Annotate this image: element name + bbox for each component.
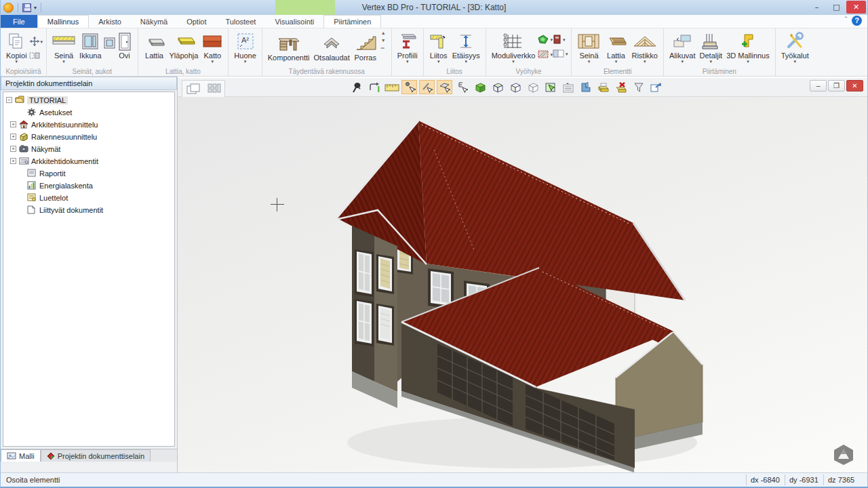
- zone-split-button[interactable]: ▾: [553, 49, 568, 58]
- collapse-ribbon-icon[interactable]: ˆ: [845, 16, 847, 24]
- move-button[interactable]: ▾: [29, 36, 43, 47]
- katto-button[interactable]: Katto ▾: [200, 30, 224, 64]
- tree-item-luettelot[interactable]: Luettelot: [3, 193, 174, 202]
- 3d-mallinnus-button[interactable]: 3D Mallinnus ▾: [724, 30, 772, 64]
- path-direction-icon[interactable]: [366, 80, 382, 94]
- lattia-button[interactable]: Lattia: [142, 30, 167, 60]
- select-element-icon[interactable]: [454, 80, 470, 94]
- shade-mode-hidden-icon[interactable]: [507, 80, 523, 94]
- tree-item-tutorial[interactable]: − TUTORIAL: [3, 96, 174, 104]
- huone-button[interactable]: A² Huone ▾: [232, 30, 258, 64]
- komponentti-button[interactable]: Komponentti: [266, 30, 312, 62]
- gallery-expand-icon[interactable]: ═: [381, 45, 386, 50]
- expand-icon[interactable]: +: [10, 146, 16, 152]
- expand-icon[interactable]: +: [10, 121, 16, 127]
- seina-button[interactable]: Seinä ▾: [50, 30, 77, 64]
- export-view-icon[interactable]: [648, 80, 664, 94]
- tree-item-liittyvat-dokumentit[interactable]: Liittyvät dokumentit: [3, 205, 174, 214]
- pin-icon[interactable]: [349, 80, 364, 94]
- cascade-windows-icon[interactable]: [185, 82, 201, 96]
- snap-face-icon[interactable]: [437, 80, 452, 94]
- zone-hatch-button[interactable]: ▾: [537, 49, 553, 59]
- tree-item-arkkitehtisuunnittelu[interactable]: + Arkkitehtisuunnittelu: [3, 120, 174, 129]
- doc-restore-button[interactable]: ❐: [828, 80, 845, 92]
- mirror-button[interactable]: [29, 52, 43, 60]
- filter-icon[interactable]: [631, 80, 646, 94]
- collapse-icon[interactable]: −: [6, 97, 12, 103]
- maximize-button[interactable]: □: [827, 1, 846, 14]
- snap-line-icon[interactable]: [419, 80, 435, 94]
- moduliverkko-button[interactable]: Moduliverkko ▾: [490, 30, 538, 64]
- tree-item-nakymat[interactable]: + Näkymät: [3, 144, 174, 153]
- liitos-button[interactable]: Liitos ▾: [427, 30, 450, 64]
- tree-item-energialaskenta[interactable]: Energialaskenta: [3, 181, 174, 190]
- minimize-button[interactable]: –: [807, 1, 827, 14]
- tab-file[interactable]: File: [1, 15, 37, 28]
- tab-projektin-dokumenttiselain[interactable]: Projektin dokumenttiselain: [41, 449, 151, 462]
- tab-optiot[interactable]: Optiot: [177, 15, 216, 28]
- doc-close-button[interactable]: ✕: [846, 80, 863, 92]
- green-zone-icon: [537, 35, 549, 45]
- tab-mallinnus[interactable]: Mallinnus: [37, 15, 89, 28]
- tab-tulosteet[interactable]: Tulosteet: [216, 15, 266, 28]
- otsalaudat-button[interactable]: Otsalaudat: [312, 30, 352, 62]
- detaljit-button[interactable]: Detaljit ▾: [698, 30, 725, 64]
- scroll-up-icon[interactable]: ▲: [381, 30, 386, 35]
- list-options-icon[interactable]: [560, 80, 576, 94]
- etaisyys-button[interactable]: Etäisyys ▾: [450, 30, 482, 64]
- zone-polygon-button[interactable]: ▾: [537, 35, 553, 45]
- expand-icon[interactable]: +: [10, 158, 16, 164]
- close-button[interactable]: ✕: [846, 1, 866, 14]
- alikuvat-button[interactable]: Alikuvat ▾: [667, 30, 698, 64]
- tab-nakyma[interactable]: Näkymä: [131, 15, 177, 28]
- 3d-view[interactable]: [178, 97, 867, 472]
- tab-malli[interactable]: Malli: [1, 449, 41, 462]
- mirror-icon: [29, 52, 40, 60]
- elementti-lattia-button[interactable]: Lattia ▾: [602, 30, 629, 64]
- group-element: Seinä ▾ Lattia ▾ Ristikko ▾ Elementti: [572, 28, 664, 76]
- window-icon: [81, 31, 99, 52]
- tile-windows-icon[interactable]: [206, 82, 222, 96]
- drawer-open-icon[interactable]: [595, 80, 611, 94]
- tab-visualisointi[interactable]: Visualisointi: [265, 15, 323, 28]
- profiili-button[interactable]: Profiili ▾: [395, 30, 420, 64]
- tab-arkisto[interactable]: Arkisto: [89, 15, 131, 28]
- navigation-widget[interactable]: [832, 444, 855, 466]
- app-logo-icon[interactable]: [3, 3, 14, 13]
- kopioi-button[interactable]: Kopioi ▾: [4, 30, 29, 64]
- zone-block-button[interactable]: ▾: [553, 35, 568, 44]
- ikkuna-button[interactable]: Ikkuna: [77, 30, 103, 60]
- porras-button[interactable]: Porras: [352, 30, 379, 62]
- ristikko-button[interactable]: Ristikko ▾: [629, 30, 660, 64]
- help-icon[interactable]: ?: [852, 16, 862, 26]
- snap-point-icon[interactable]: [401, 80, 417, 94]
- ceiling-slab-icon: [172, 31, 196, 52]
- shade-mode-ghost-icon[interactable]: [525, 80, 540, 94]
- drawer-delete-icon[interactable]: [613, 80, 629, 94]
- tree-item-arkkitehtidokumentit[interactable]: + Arkkitehtidokumentit: [3, 157, 174, 165]
- qat-dropdown-icon[interactable]: ▾: [34, 5, 37, 11]
- model-tab-icon: [7, 452, 16, 460]
- save-icon[interactable]: [22, 3, 31, 12]
- window-small-button[interactable]: [104, 37, 115, 49]
- shade-mode-solid-icon[interactable]: [472, 80, 488, 94]
- tab-piirtaminen[interactable]: Piirtäminen: [323, 15, 381, 28]
- ruler-icon[interactable]: [384, 80, 399, 94]
- gallery-scroll: ▲ ▼ ═: [379, 30, 388, 50]
- elementti-seina-button[interactable]: Seinä ▾: [575, 30, 602, 64]
- wall-icon: [52, 31, 75, 52]
- doc-minimize-button[interactable]: –: [810, 80, 827, 92]
- tree-item-rakennesuunnittelu[interactable]: + Rakennesuunnittelu: [3, 132, 174, 141]
- ovi-button[interactable]: Ovi: [115, 30, 134, 60]
- tree-item-asetukset[interactable]: Asetukset: [3, 108, 174, 117]
- tree-item-raportit[interactable]: Raportit: [3, 169, 174, 178]
- ylapohja-button[interactable]: Yläpohja: [167, 30, 201, 60]
- scroll-down-icon[interactable]: ▼: [381, 38, 386, 43]
- expand-icon[interactable]: +: [10, 134, 16, 140]
- tyokalut-button[interactable]: Työkalut ▾: [779, 30, 811, 64]
- window-small-icon: [104, 37, 115, 49]
- storey-step-icon[interactable]: [578, 80, 593, 94]
- shade-mode-wire-icon[interactable]: [490, 80, 505, 94]
- select-3d-icon[interactable]: [542, 80, 558, 94]
- fascia-board-icon: [320, 33, 343, 54]
